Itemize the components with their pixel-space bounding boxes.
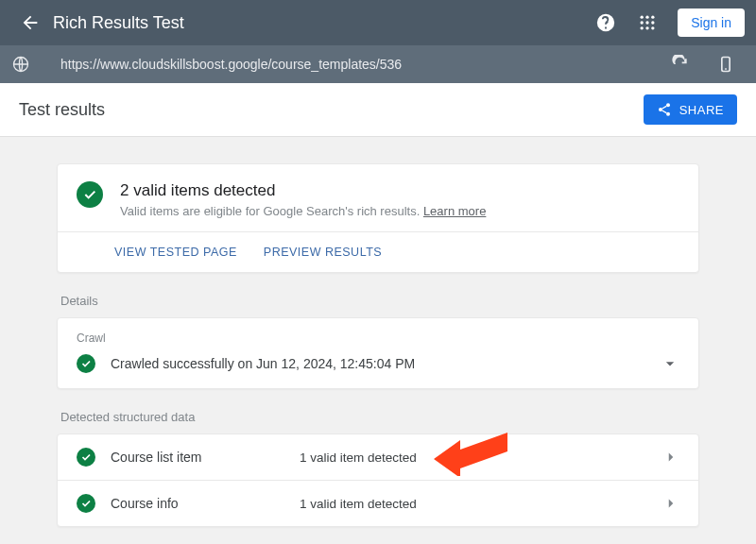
item-status: 1 valid item detected (300, 450, 662, 465)
smartphone-icon (716, 55, 735, 74)
crawl-card: Crawl Crawled successfully on Jun 12, 20… (57, 317, 699, 389)
item-name: Course info (111, 496, 300, 511)
summary-subtext: Valid items are eligible for Google Sear… (120, 204, 486, 218)
apps-button[interactable] (628, 4, 666, 42)
structured-item-course-list[interactable]: Course list item 1 valid item detected (58, 434, 698, 480)
svg-point-0 (641, 16, 644, 19)
top-bar: Rich Results Test Sign in (0, 0, 756, 45)
summary-headline: 2 valid items detected (120, 181, 486, 200)
success-badge (77, 181, 103, 208)
arrow-back-icon (20, 12, 41, 33)
summary-sub-text: Valid items are eligible for Google Sear… (120, 204, 423, 218)
refresh-button[interactable] (662, 45, 699, 83)
chevron-right-icon (662, 449, 679, 466)
check-icon (80, 451, 92, 463)
svg-point-13 (659, 108, 662, 111)
details-label: Details (60, 294, 696, 308)
summary-text: 2 valid items detected Valid items are e… (120, 181, 486, 218)
structured-data-label: Detected structured data (60, 410, 696, 424)
url-bar (0, 45, 756, 83)
item-success-badge (77, 448, 95, 467)
item-name: Course list item (111, 450, 300, 465)
chevron-down-icon (661, 354, 679, 373)
svg-point-14 (666, 112, 670, 116)
svg-point-4 (646, 21, 649, 24)
share-label: SHARE (679, 103, 724, 117)
refresh-icon (671, 55, 690, 74)
svg-point-8 (651, 26, 654, 29)
structured-item-course-info[interactable]: Course info 1 valid item detected (58, 480, 698, 526)
svg-point-7 (646, 26, 649, 29)
tool-title: Rich Results Test (53, 13, 587, 33)
smartphone-button[interactable] (707, 45, 745, 83)
results-title: Test results (19, 100, 105, 120)
share-button[interactable]: SHARE (644, 94, 737, 125)
svg-point-5 (651, 21, 654, 24)
svg-point-2 (651, 16, 654, 19)
share-icon (657, 102, 672, 117)
summary-top: 2 valid items detected Valid items are e… (58, 164, 698, 231)
svg-point-12 (666, 103, 670, 107)
expand-toggle[interactable] (661, 354, 679, 373)
results-header: Test results SHARE (0, 83, 756, 137)
help-icon (595, 12, 616, 33)
preview-results-button[interactable]: PREVIEW RESULTS (264, 246, 382, 259)
summary-actions: VIEW TESTED PAGE PREVIEW RESULTS (58, 231, 698, 272)
item-open (662, 495, 679, 512)
structured-data-card: Course list item 1 valid item detected C… (57, 434, 699, 527)
item-open (662, 449, 679, 466)
page-body: 2 valid items detected Valid items are e… (0, 137, 756, 544)
check-icon (80, 358, 92, 369)
apps-icon (638, 13, 657, 32)
item-status: 1 valid item detected (300, 497, 662, 511)
crawl-row[interactable]: Crawled successfully on Jun 12, 2024, 12… (77, 354, 679, 373)
back-button[interactable] (11, 4, 49, 42)
chevron-right-icon (662, 495, 679, 512)
svg-point-3 (641, 21, 644, 24)
globe-icon (11, 55, 30, 74)
svg-point-6 (641, 26, 644, 29)
help-button[interactable] (587, 4, 625, 42)
crawl-status-text: Crawled successfully on Jun 12, 2024, 12… (111, 356, 645, 371)
item-success-badge (77, 494, 95, 513)
check-icon (82, 187, 97, 202)
crawl-label: Crawl (77, 332, 679, 345)
check-icon (80, 498, 92, 509)
crawl-success-badge (77, 354, 95, 373)
summary-card: 2 valid items detected Valid items are e… (57, 163, 699, 273)
svg-point-1 (646, 16, 649, 19)
topbar-right: Sign in (587, 4, 745, 42)
view-tested-page-button[interactable]: VIEW TESTED PAGE (114, 246, 237, 259)
signin-button[interactable]: Sign in (678, 8, 745, 37)
url-input[interactable] (38, 57, 654, 72)
learn-more-link[interactable]: Learn more (423, 204, 486, 218)
